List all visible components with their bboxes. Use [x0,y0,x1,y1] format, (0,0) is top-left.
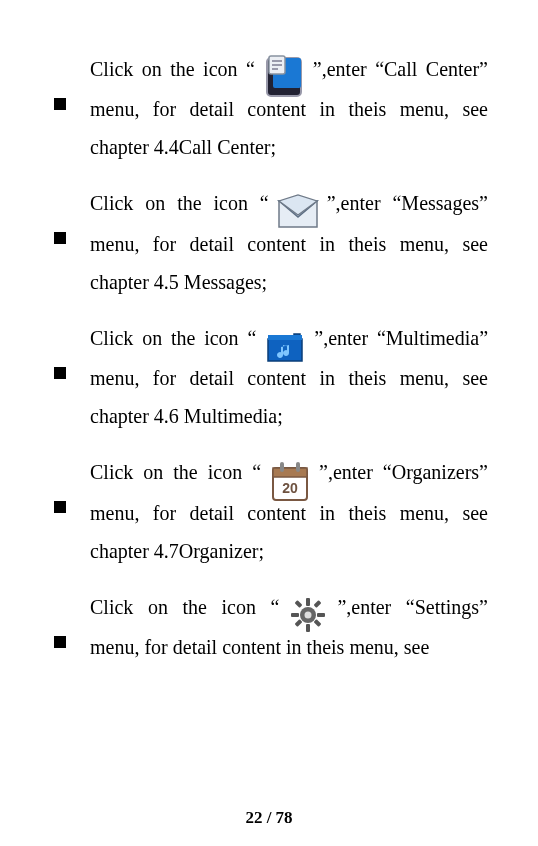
multimedia-icon [260,321,310,371]
svg-rect-17 [306,598,310,606]
page-number: 22 / 78 [0,802,538,834]
svg-rect-11 [273,468,307,477]
organizers-icon: 20 [265,456,315,506]
settings-icon [283,590,333,640]
svg-rect-21 [295,600,303,608]
svg-rect-4 [272,64,282,66]
text-pre: Click on the icon “ [90,596,279,618]
bullet-square [54,232,66,244]
svg-rect-20 [317,613,325,617]
bullet-square [54,636,66,648]
item-text: Click on the icon “ ”,en [90,588,488,666]
svg-rect-9 [268,335,302,340]
svg-rect-23 [314,600,322,608]
svg-text:20: 20 [282,480,298,496]
list-item: Click on the icon “ ”,enter “Multimedia”… [50,319,488,435]
svg-rect-12 [280,462,284,472]
item-text: Click on the icon “ ”,enter “Multimedia”… [90,319,488,435]
messages-icon [273,187,323,237]
call-center-icon [259,52,309,102]
text-pre: Click on the icon “ [90,58,255,80]
list-item: Click on the icon “ 20 ”,enter “Organize… [50,453,488,569]
svg-rect-24 [295,619,303,627]
list-item: Click on the icon “ ”,enter “Messages” m… [50,184,488,300]
svg-rect-13 [296,462,300,472]
svg-rect-19 [291,613,299,617]
item-text: Click on the icon “ ”,enter “Call Center… [90,50,488,166]
text-pre: Click on the icon “ [90,461,261,483]
bullet-square [54,367,66,379]
bullet-square [54,501,66,513]
item-text: Click on the icon “ 20 ”,enter “Organize… [90,453,488,569]
svg-rect-3 [272,60,282,62]
list-item: Click on the icon “ ”,enter “Call Center… [50,50,488,166]
svg-point-16 [305,612,312,619]
bullet-square [54,98,66,110]
list-item: Click on the icon “ ”,en [50,588,488,666]
svg-rect-22 [314,619,322,627]
text-pre: Click on the icon “ [90,192,269,214]
svg-rect-5 [272,68,278,70]
item-text: Click on the icon “ ”,enter “Messages” m… [90,184,488,300]
document-list: Click on the icon “ ”,enter “Call Center… [50,50,488,666]
text-pre: Click on the icon “ [90,327,256,349]
svg-rect-18 [306,624,310,632]
